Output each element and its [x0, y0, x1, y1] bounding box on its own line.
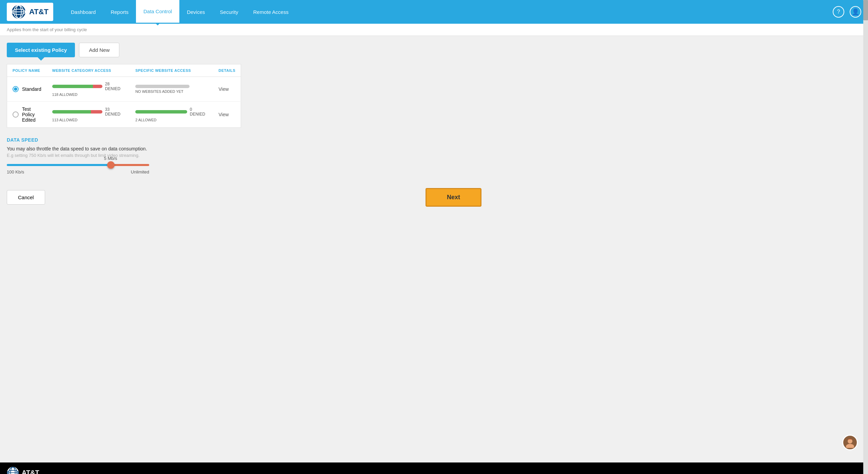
policy-toggle-buttons: Select existing Policy Add New [7, 43, 861, 57]
user-profile-button[interactable]: 👤 [850, 6, 861, 18]
cancel-button[interactable]: Cancel [7, 190, 45, 205]
table-row: Standard 28 DENIED 118 ALLOWE [7, 77, 241, 102]
category-access-test: 33 DENIED 113 ALLOWED [47, 102, 130, 128]
nav-remote-access[interactable]: Remote Access [246, 0, 296, 24]
category-allowed-label-standard: 118 ALLOWED [52, 92, 78, 97]
category-access-standard: 28 DENIED 118 ALLOWED [47, 77, 130, 102]
view-link-standard[interactable]: View [219, 86, 229, 92]
slider-min-label: 100 Kb/s [7, 169, 24, 174]
policy-name-cell: Test Policy Edited [7, 102, 47, 128]
scrollbar-thumb[interactable] [863, 0, 868, 20]
policy-name-standard: Standard [22, 86, 41, 92]
speed-description: You may also throttle the data speed to … [7, 146, 861, 151]
billing-cycle-text: Applies from the start of your billing c… [7, 27, 87, 32]
logo-area: AT&T [7, 3, 53, 21]
subheader: Applies from the start of your billing c… [0, 24, 868, 36]
avatar-icon [845, 437, 855, 448]
nav-data-control[interactable]: Data Control [136, 0, 179, 24]
user-icon: 👤 [852, 8, 859, 16]
table-row: Test Policy Edited 33 DENIED [7, 102, 241, 128]
slider-max-label: Unlimited [131, 169, 149, 174]
specific-label-standard: NO WEBSITES ADDED YET [135, 89, 183, 94]
bottom-att-logo-icon [7, 467, 19, 474]
category-allowed-label-test: 113 ALLOWED [52, 118, 78, 122]
bottom-bar: AT&T [0, 462, 868, 474]
next-button[interactable]: Next [426, 188, 481, 207]
col-website-category: WEBSITE CATEGORY ACCESS [47, 64, 130, 77]
slider-track[interactable] [7, 164, 149, 166]
specific-bar-test [135, 110, 187, 114]
nav-dashboard[interactable]: Dashboard [63, 0, 103, 24]
category-denied-label-standard: 28 DENIED [105, 82, 124, 91]
main-content: Select existing Policy Add New POLICY NA… [0, 36, 868, 462]
col-details: DETAILS [213, 64, 241, 77]
header-icons: ? 👤 [833, 6, 861, 18]
specific-allowed-test: 2 ALLOWED [135, 118, 156, 122]
data-speed-section: DATA SPEED You may also throttle the dat… [7, 137, 861, 174]
bottom-logo: AT&T [7, 467, 39, 474]
nav-security[interactable]: Security [213, 0, 246, 24]
category-denied-label-test: 33 DENIED [105, 107, 124, 117]
data-speed-title: DATA SPEED [7, 137, 861, 143]
header: AT&T Dashboard Reports Data Control Devi… [0, 0, 868, 24]
slider-current-value: 5 Mb/s [104, 156, 117, 161]
col-policy-name: POLICY NAME [7, 64, 47, 77]
att-logo-icon [12, 5, 26, 19]
radio-standard[interactable] [13, 86, 19, 92]
col-specific-website: SPECIFIC WEBSITE ACCESS [130, 64, 213, 77]
scrollbar-track [863, 0, 868, 474]
footer-buttons: Cancel Next [7, 188, 481, 207]
speed-slider-wrapper: 5 Mb/s [7, 164, 149, 166]
att-brand-text: AT&T [29, 7, 48, 16]
specific-bar-standard [135, 85, 190, 88]
view-link-test[interactable]: View [219, 112, 229, 117]
slider-range-labels: 100 Kb/s Unlimited [7, 169, 149, 174]
nav-reports[interactable]: Reports [103, 0, 136, 24]
category-bar-test [52, 110, 102, 114]
help-button[interactable]: ? [833, 6, 844, 18]
policy-name-cell: Standard [7, 77, 47, 102]
speed-sub-description: E.g setting 750 Kb/s will let emails thr… [7, 153, 861, 158]
avatar-bubble[interactable] [842, 435, 858, 450]
radio-test-policy[interactable] [13, 111, 19, 118]
add-new-policy-button[interactable]: Add New [79, 43, 119, 57]
bottom-brand-text: AT&T [22, 469, 39, 474]
specific-access-test: 0 DENIED 2 ALLOWED [130, 102, 213, 128]
specific-denied-test: 0 DENIED [190, 107, 208, 117]
select-existing-policy-button[interactable]: Select existing Policy [7, 43, 75, 57]
svg-point-11 [846, 444, 854, 448]
details-test: View [213, 102, 241, 128]
slider-thumb[interactable] [107, 161, 115, 169]
category-bar-standard [52, 85, 102, 88]
main-nav: Dashboard Reports Data Control Devices S… [63, 0, 296, 24]
policy-name-test: Test Policy Edited [22, 106, 41, 123]
policy-table: POLICY NAME WEBSITE CATEGORY ACCESS SPEC… [7, 64, 241, 128]
details-standard: View [213, 77, 241, 102]
specific-access-standard: NO WEBSITES ADDED YET [130, 77, 213, 102]
nav-devices[interactable]: Devices [179, 0, 212, 24]
